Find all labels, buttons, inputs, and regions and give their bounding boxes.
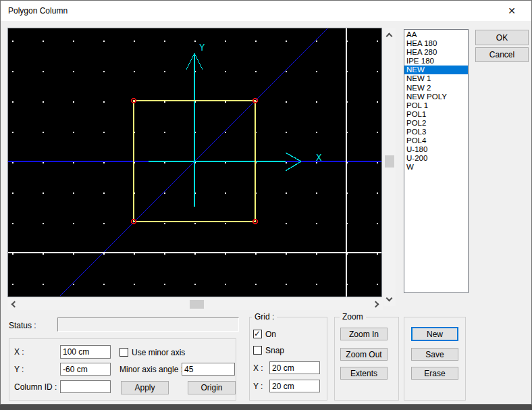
list-item[interactable]: POL3	[404, 128, 468, 136]
ok-button[interactable]: OK	[475, 30, 529, 45]
list-item[interactable]: U-180	[404, 145, 468, 154]
list-item[interactable]: NEW 2	[404, 84, 468, 93]
apply-button[interactable]: Apply	[121, 381, 169, 394]
y-label: Y :	[14, 365, 24, 374]
close-icon: ✕	[508, 5, 516, 16]
v-scroll-thumb[interactable]	[385, 155, 394, 168]
v-scrollbar[interactable]	[383, 28, 396, 306]
status-label: Status :	[9, 321, 36, 330]
use-minor-axis-label: Use minor axis	[132, 348, 185, 357]
erase-button[interactable]: Erase	[411, 367, 458, 380]
scroll-left-icon[interactable]	[11, 301, 18, 308]
polygon-column-dialog: Polygon Column ✕ XY AAHEA 180HEA 280IPE …	[0, 0, 532, 405]
list-item[interactable]: POL1	[404, 110, 468, 119]
minor-axis-angle-label: Minor axis angle :	[119, 365, 183, 374]
extents-button[interactable]: Extents	[340, 367, 388, 380]
background-window-strip	[0, 405, 532, 410]
grid-y-label: Y :	[253, 382, 263, 391]
drawing-svg[interactable]: XY	[8, 28, 381, 297]
list-item[interactable]: U-200	[404, 154, 468, 163]
column-id-input[interactable]	[60, 380, 111, 393]
axis-label-x: X	[316, 152, 322, 163]
column-id-label: Column ID :	[14, 382, 57, 392]
cancel-button[interactable]: Cancel	[475, 47, 529, 62]
save-button[interactable]: Save	[411, 348, 458, 361]
x-input[interactable]	[60, 345, 111, 359]
list-item[interactable]: W	[404, 163, 468, 172]
h-scroll-thumb[interactable]	[190, 300, 204, 309]
use-minor-axis-checkbox[interactable]	[119, 348, 128, 357]
origin-button[interactable]: Origin	[188, 381, 236, 394]
list-item[interactable]: POL 1	[404, 101, 468, 110]
grid-snap-checkbox[interactable]	[253, 346, 262, 355]
scroll-up-icon[interactable]	[386, 33, 393, 40]
grid-snap-label: Snap	[265, 346, 284, 355]
close-button[interactable]: ✕	[500, 1, 523, 21]
list-item[interactable]: HEA 280	[404, 48, 468, 57]
new-button[interactable]: New	[411, 327, 458, 341]
scroll-down-icon[interactable]	[386, 295, 393, 302]
list-item[interactable]: IPE 180	[404, 57, 468, 66]
minor-axis-angle-input[interactable]	[182, 363, 235, 376]
list-item[interactable]: NEW	[404, 66, 468, 74]
window-title: Polygon Column	[8, 1, 68, 21]
zoom-in-button[interactable]: Zoom In	[340, 328, 388, 340]
drawing-canvas[interactable]: XY	[7, 28, 382, 297]
zoom-out-button[interactable]: Zoom Out	[340, 348, 388, 361]
y-input[interactable]	[60, 363, 111, 376]
grid-x-input[interactable]	[269, 361, 320, 374]
axis-label-y: Y	[199, 42, 205, 53]
grid-x-label: X :	[253, 363, 263, 373]
x-label: X :	[14, 347, 24, 357]
list-item[interactable]: AA	[404, 30, 468, 39]
list-item[interactable]: NEW POLY	[404, 93, 468, 101]
profile-listbox[interactable]: AAHEA 180HEA 280IPE 180NEWNEW 1NEW 2NEW …	[404, 29, 469, 293]
grid-y-input[interactable]	[269, 380, 320, 392]
scroll-right-icon[interactable]	[373, 301, 379, 308]
grid-on-checkbox[interactable]	[253, 330, 262, 338]
grid-group-title: Grid :	[252, 312, 277, 322]
h-scrollbar[interactable]	[7, 299, 383, 310]
list-item[interactable]: POL4	[404, 136, 468, 145]
list-item[interactable]: NEW 1	[404, 74, 468, 83]
list-item[interactable]: POL2	[404, 119, 468, 128]
grid-on-label: On	[265, 330, 276, 339]
zoom-group-title: Zoom	[340, 312, 366, 322]
status-field	[57, 317, 239, 332]
window-titlebar: Polygon Column ✕	[1, 1, 531, 21]
list-item[interactable]: HEA 180	[404, 39, 468, 48]
